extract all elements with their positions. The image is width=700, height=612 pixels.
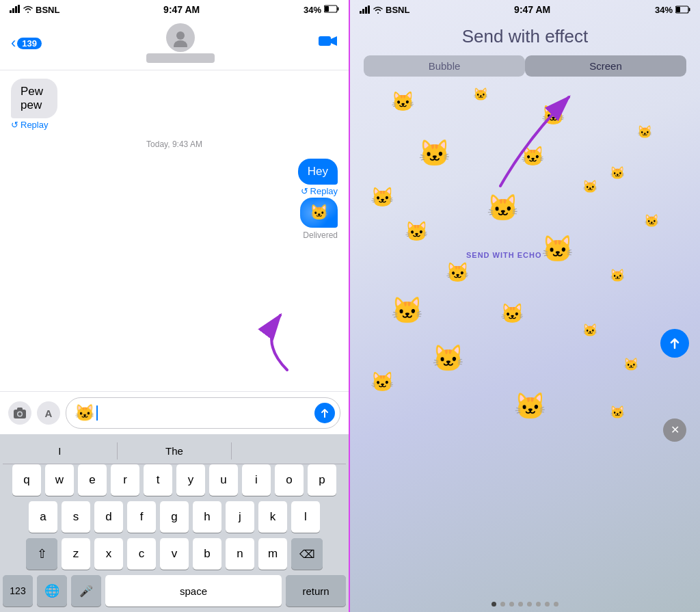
key-b[interactable]: b <box>193 538 221 570</box>
timestamp: Today, 9:43 AM <box>11 139 338 149</box>
status-right-left: BSNL <box>360 5 409 15</box>
cat-4: 🐱 <box>637 124 652 139</box>
key-z[interactable]: z <box>62 538 90 570</box>
key-h[interactable]: h <box>193 501 221 533</box>
svg-rect-18 <box>368 5 370 14</box>
delete-key[interactable]: ⌫ <box>291 538 323 570</box>
signal-icon <box>10 5 21 15</box>
key-k[interactable]: k <box>258 501 287 533</box>
send-button-right[interactable] <box>660 329 689 358</box>
cat-20: 🐱 <box>623 357 638 372</box>
key-g[interactable]: g <box>160 501 189 533</box>
carrier-right: BSNL <box>386 5 409 15</box>
key-w[interactable]: w <box>45 464 74 496</box>
contact-name <box>146 53 215 63</box>
video-call-button[interactable] <box>319 34 338 52</box>
received-bubble: Pew pew <box>11 79 57 118</box>
key-r[interactable]: r <box>111 464 139 496</box>
svg-rect-13 <box>17 408 23 410</box>
keyboard-row-1: q w e r t y u i o p <box>3 464 346 496</box>
right-phone-panel: BSNL 9:47 AM 34% Send with effect Bubble… <box>350 0 700 612</box>
svg-point-7 <box>176 31 185 40</box>
space-key[interactable]: space <box>105 575 282 607</box>
key-i[interactable]: i <box>242 464 271 496</box>
dot-7 <box>545 602 550 607</box>
numbers-key[interactable]: 123 <box>3 575 33 607</box>
replay-link-received[interactable]: ↺ Replay <box>11 120 77 130</box>
sent-message-group: Hey ↺ Replay 🐱 Delivered <box>298 159 338 240</box>
key-l[interactable]: l <box>291 501 320 533</box>
replay-link-sent[interactable]: ↺ Replay <box>301 186 338 196</box>
cat-22: 🐱 <box>514 391 546 421</box>
key-x[interactable]: x <box>94 538 123 570</box>
cat-18: 🐱 <box>582 323 597 338</box>
key-c[interactable]: c <box>127 538 156 570</box>
svg-rect-0 <box>10 10 12 13</box>
effect-tabs: Bubble Screen <box>364 55 686 77</box>
key-a[interactable]: a <box>29 501 57 533</box>
key-u[interactable]: u <box>209 464 238 496</box>
message-input[interactable]: 🐱 <box>66 397 340 429</box>
key-e[interactable]: e <box>78 464 107 496</box>
svg-rect-5 <box>325 6 329 12</box>
key-n[interactable]: n <box>226 538 254 570</box>
shift-key[interactable]: ⇧ <box>26 538 57 570</box>
key-v[interactable]: v <box>160 538 189 570</box>
send-with-effect-title: Send with effect <box>350 19 700 55</box>
globe-key[interactable]: 🌐 <box>37 575 67 607</box>
cat-17: 🐱 <box>500 302 524 325</box>
key-q[interactable]: q <box>12 464 41 496</box>
back-count[interactable]: 139 <box>17 38 42 49</box>
keyboard-row-4: 123 🌐 🎤 space return <box>3 575 346 607</box>
battery-right: 34% <box>655 5 690 15</box>
key-j[interactable]: j <box>226 501 254 533</box>
contact-avatar[interactable] <box>146 23 215 63</box>
close-icon: ✕ <box>671 423 679 436</box>
svg-rect-9 <box>319 36 331 46</box>
key-y[interactable]: y <box>176 464 205 496</box>
tab-bubble[interactable]: Bubble <box>364 55 525 77</box>
svg-rect-17 <box>365 7 367 14</box>
cat-15: 🐱 <box>610 268 625 283</box>
key-d[interactable]: d <box>94 501 123 533</box>
key-t[interactable]: t <box>144 464 172 496</box>
input-emoji: 🐱 <box>75 403 95 423</box>
battery-icon <box>324 5 339 15</box>
dot-2 <box>500 602 505 607</box>
left-phone-panel: BSNL 9:47 AM 34% ‹ 139 <box>0 0 350 612</box>
arrow-annotation-left <box>246 308 301 380</box>
microphone-key[interactable]: 🎤 <box>71 575 101 607</box>
cat-8: 🐱 <box>371 186 394 209</box>
dot-1 <box>492 602 496 607</box>
cat-9: 🐱 <box>487 193 519 223</box>
replay-icon-sent: ↺ <box>301 186 308 196</box>
suggestion-the[interactable]: The <box>118 442 232 460</box>
key-o[interactable]: o <box>275 464 304 496</box>
app-store-button[interactable]: A <box>37 401 60 425</box>
suggestion-empty[interactable] <box>232 442 346 460</box>
suggestion-i[interactable]: I <box>3 442 118 460</box>
received-message-group: Pew pew ↺ Replay <box>11 79 77 130</box>
status-bar-right: BSNL 9:47 AM 34% <box>350 0 700 19</box>
echo-label: SEND WITH ECHO <box>466 251 542 259</box>
back-chevron-icon: ‹ <box>11 34 16 52</box>
dot-6 <box>536 602 541 607</box>
key-f[interactable]: f <box>127 501 156 533</box>
return-key[interactable]: return <box>286 575 346 607</box>
cat-16: 🐱 <box>391 295 423 325</box>
nav-bar: ‹ 139 <box>0 19 349 70</box>
send-button-left[interactable] <box>314 403 335 423</box>
cat-21: 🐱 <box>371 371 394 393</box>
key-p[interactable]: p <box>308 464 336 496</box>
tab-screen[interactable]: Screen <box>525 55 686 77</box>
sent-bubble-hey: Hey <box>298 159 338 185</box>
key-s[interactable]: s <box>62 501 90 533</box>
key-m[interactable]: m <box>258 538 287 570</box>
keyboard-suggestions: I The <box>3 440 346 464</box>
cat-14: 🐱 <box>446 261 470 284</box>
close-button-right[interactable]: ✕ <box>663 418 686 442</box>
back-button[interactable]: ‹ 139 <box>11 34 42 52</box>
svg-point-8 <box>174 40 187 47</box>
camera-button[interactable] <box>8 401 31 425</box>
status-bar-left: BSNL 9:47 AM 34% <box>0 0 349 19</box>
